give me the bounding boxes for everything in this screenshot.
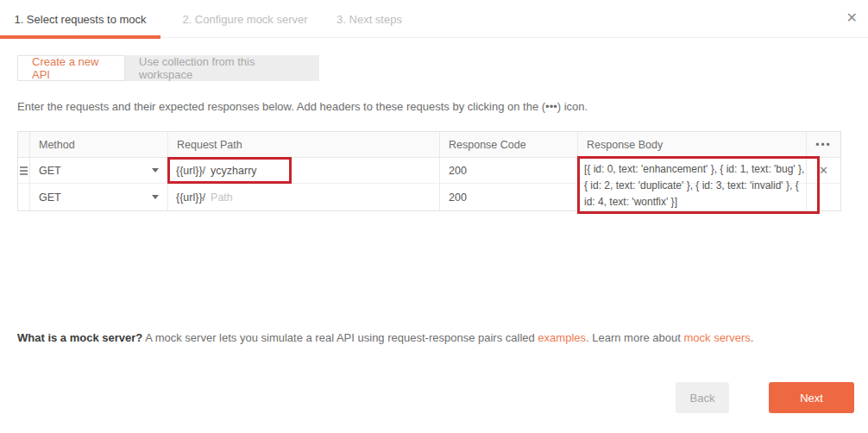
method-select[interactable]: GET [29,158,167,184]
method-select[interactable]: GET [29,184,167,210]
response-body-line: [{ id: 0, text: 'enhancement' }, { id: 1… [584,161,815,178]
response-code-field[interactable]: 200 [439,184,577,210]
source-toggle: Create a new API Use collection from thi… [17,55,319,81]
info-body-3: . [751,331,754,344]
back-button[interactable]: Back [676,382,729,413]
next-button[interactable]: Next [769,382,854,413]
tab-select-requests-label: 1. Select requests to mock [14,13,146,26]
chevron-down-icon [152,195,159,199]
delete-row-icon[interactable]: ✕ [819,164,828,177]
wizard-step-tabs: 1. Select requests to mock 2. Configure … [0,0,868,38]
header-request-path: Request Path [167,132,439,158]
toggle-use-collection[interactable]: Use collection from this workspace [125,55,319,81]
active-tab-underline [0,35,160,39]
create-mock-server-dialog: 1. Select requests to mock 2. Configure … [0,0,868,433]
header-handle-spacer [18,132,29,158]
tab-next-steps-label: 3. Next steps [337,13,402,26]
info-body-1: A mock server lets you simulate a real A… [142,331,538,344]
path-placeholder: Path [211,191,233,204]
close-icon[interactable]: ✕ [846,9,858,27]
request-path-field[interactable]: {{url}}/ ycyzharry [167,158,439,184]
request-path-field[interactable]: {{url}}/ Path [167,184,439,210]
mock-server-info-text: What is a mock server? A mock server let… [17,331,753,344]
response-body-line: id: 4, text: 'wontfix' }] [584,194,815,210]
tab-configure-mock-server-label: 2. Configure mock server [182,13,307,26]
row-drag-cell [18,184,29,210]
tab-next-steps[interactable]: 3. Next steps [330,0,409,38]
response-code-field[interactable]: 200 [439,158,577,184]
header-response-code: Response Code [439,132,577,158]
path-prefix: {{url}}/ [176,165,205,177]
method-value: GET [39,165,61,177]
method-value: GET [39,191,61,204]
info-body-2: . Learn more about [586,331,683,344]
chevron-down-icon [152,168,159,173]
header-method: Method [29,132,167,158]
tab-configure-mock-server[interactable]: 2. Configure mock server [160,0,330,38]
path-value: ycyzharry [211,165,256,177]
header-more-options: ••• [806,132,840,158]
response-body-field[interactable]: [{ id: 0, text: 'enhancement' }, { id: 1… [584,161,815,210]
response-code-value: 200 [449,191,467,204]
tab-select-requests[interactable]: 1. Select requests to mock [0,0,160,38]
instruction-text: Enter the requests and their expected re… [17,100,588,113]
mock-servers-link[interactable]: mock servers [683,331,750,344]
header-response-body: Response Body [577,132,806,158]
examples-link[interactable]: examples [538,331,586,344]
more-options-icon[interactable]: ••• [815,139,832,151]
response-body-line: { id: 2, text: 'duplicate' }, { id: 3, t… [584,178,815,194]
response-code-value: 200 [449,165,467,177]
path-prefix: {{url}}/ [176,191,205,204]
toggle-create-new-api[interactable]: Create a new API [17,55,125,81]
row-drag-cell [18,158,29,184]
info-lead: What is a mock server? [17,331,142,344]
drag-handle-icon[interactable] [20,166,28,175]
